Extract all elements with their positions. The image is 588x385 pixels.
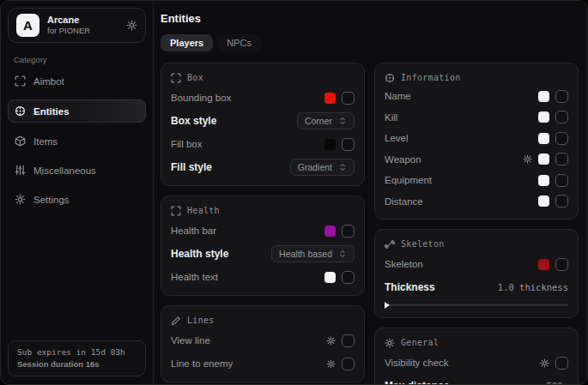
radar-icon — [15, 105, 26, 117]
gear-icon[interactable] — [540, 358, 549, 368]
panel-title: Health — [187, 206, 220, 215]
setting-label: Health bar — [171, 226, 216, 236]
setting-row-distance: Distance — [385, 193, 568, 211]
color-swatch[interactable] — [538, 153, 549, 165]
tab-npcs[interactable]: NPCs — [217, 34, 261, 51]
sidebar-item-label: Items — [33, 136, 58, 147]
box-style-select[interactable]: Corner — [297, 112, 355, 129]
sidebar-item-aimbot[interactable]: Aimbot — [8, 70, 146, 92]
sidebar-item-settings[interactable]: Settings — [8, 189, 146, 210]
panel-general: General Visibility check Max distance 50… — [374, 328, 579, 384]
setting-row-view-line: View line — [171, 331, 355, 350]
package-icon — [15, 135, 26, 147]
color-swatch[interactable] — [538, 133, 549, 144]
checkbox[interactable] — [555, 357, 568, 370]
checkbox[interactable] — [555, 111, 568, 123]
category-label: Category — [14, 55, 140, 64]
main-content: Entities Players NPCs Box Bounding box — [154, 1, 587, 384]
setting-row-skeleton: Skeleton — [385, 255, 568, 274]
setting-label: Equipment — [385, 175, 432, 185]
checkbox[interactable] — [342, 271, 355, 284]
gear-icon[interactable] — [126, 20, 137, 31]
gear-icon[interactable] — [523, 154, 532, 164]
color-swatch[interactable] — [538, 91, 549, 102]
setting-row-box-style: Box style Corner — [171, 111, 355, 130]
setting-label: Weapon — [385, 154, 421, 165]
color-swatch[interactable] — [538, 196, 549, 207]
scan-icon — [171, 206, 181, 216]
app-subtitle: for PIONER — [47, 26, 118, 36]
color-swatch[interactable] — [324, 226, 336, 237]
checkbox[interactable] — [342, 92, 355, 105]
fill-style-select[interactable]: Gradient — [290, 159, 355, 176]
setting-row-fill-style: Fill style Gradient — [171, 158, 355, 177]
setting-label: Level — [385, 133, 409, 143]
app-name: Arcane — [47, 15, 118, 27]
gear-icon[interactable] — [326, 336, 336, 346]
chevron-up-down-icon — [338, 117, 347, 125]
checkbox[interactable] — [555, 90, 568, 103]
panel-skeleton: Skeleton Skeleton Thickness 1.0 thicknes… — [374, 229, 579, 318]
checkbox[interactable] — [342, 358, 355, 370]
chevron-up-down-icon — [338, 250, 347, 258]
setting-label: Health text — [171, 272, 218, 282]
setting-label: Bounding box — [171, 93, 231, 103]
setting-label: View line — [171, 335, 210, 346]
setting-label: Skeleton — [385, 259, 423, 269]
health-style-select[interactable]: Health based — [271, 245, 355, 262]
sidebar: A Arcane for PIONER Category Aimbot Enti… — [1, 1, 154, 384]
panel-title: General — [401, 338, 439, 347]
checkbox[interactable] — [555, 132, 568, 145]
sidebar-item-entities[interactable]: Entities — [8, 99, 146, 123]
setting-row-thickness: Thickness 1.0 thickness — [385, 278, 568, 297]
color-swatch[interactable] — [538, 259, 549, 270]
checkbox[interactable] — [555, 153, 568, 165]
checkbox[interactable] — [342, 225, 355, 238]
setting-row-bounding-box: Bounding box — [171, 88, 355, 107]
sidebar-item-label: Entities — [33, 106, 70, 117]
tab-bar: Players NPCs — [161, 34, 579, 51]
checkbox[interactable] — [342, 334, 355, 347]
slider-thumb[interactable] — [385, 302, 390, 309]
setting-label: Fill style — [171, 161, 212, 173]
scan-icon — [171, 73, 181, 83]
checkbox[interactable] — [555, 258, 568, 271]
panel-box: Box Bounding box Box style Corner — [161, 63, 365, 186]
radar-icon — [385, 73, 395, 83]
max-distance-value: 500m — [547, 381, 568, 384]
sidebar-item-miscellaneous[interactable]: Miscellaneous — [8, 159, 146, 181]
setting-row-line-to-enemy: Line to enemy — [171, 354, 355, 373]
setting-row-level: Level — [385, 129, 568, 147]
setting-row-health-text: Health text — [171, 268, 355, 286]
setting-row-health-style: Health style Health based — [171, 244, 355, 263]
checkbox[interactable] — [555, 174, 568, 187]
tab-players[interactable]: Players — [161, 34, 213, 51]
checkbox[interactable] — [555, 195, 568, 208]
setting-row-kill: Kill — [385, 109, 568, 127]
checkbox[interactable] — [342, 138, 355, 151]
panel-information: Information Name Kill — [374, 63, 579, 220]
color-swatch[interactable] — [324, 93, 336, 104]
panel-lines: Lines View line Line to enemy — [161, 305, 365, 382]
app-logo: A — [16, 14, 39, 37]
panel-title: Lines — [187, 316, 215, 325]
sidebar-item-items[interactable]: Items — [8, 130, 146, 152]
gear-icon[interactable] — [326, 359, 336, 369]
setting-label: Line to enemy — [171, 358, 233, 369]
color-swatch[interactable] — [538, 175, 549, 186]
gear-icon — [385, 338, 395, 348]
color-swatch[interactable] — [324, 272, 336, 283]
panel-title: Box — [187, 73, 203, 82]
thickness-slider[interactable] — [385, 300, 568, 309]
setting-row-name: Name — [385, 87, 568, 105]
setting-label: Health style — [171, 248, 228, 260]
setting-label: Distance — [385, 196, 423, 207]
sidebar-item-label: Settings — [33, 195, 70, 205]
setting-label: Thickness — [385, 281, 435, 293]
session-duration-text: Session duration 16s — [17, 359, 136, 369]
color-swatch[interactable] — [324, 139, 336, 150]
color-swatch[interactable] — [538, 111, 549, 123]
setting-row-fill-box: Fill box — [171, 135, 355, 153]
setting-label: Max distance — [385, 380, 449, 384]
setting-label: Box style — [171, 115, 216, 127]
